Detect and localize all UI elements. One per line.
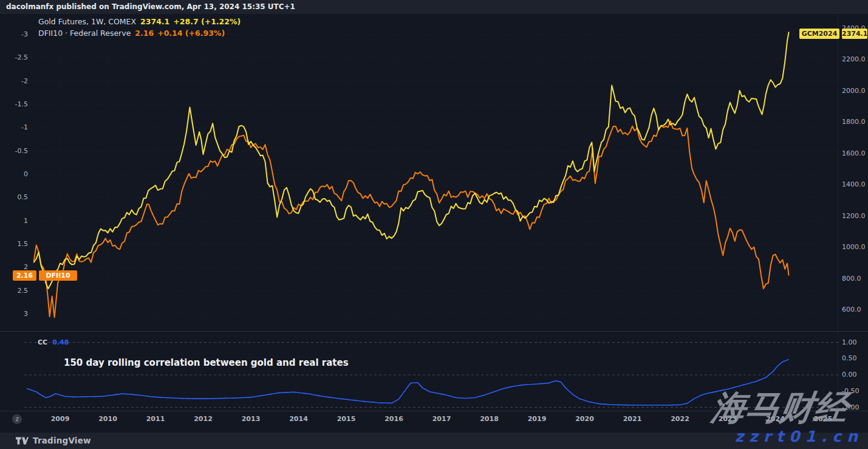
year-tick: 2013 [240, 415, 262, 423]
right-scale-tick: 2000.0 [842, 87, 866, 95]
year-tick: 2021 [621, 415, 643, 423]
left-scale-tick: 0.5 [0, 193, 28, 201]
tradingview-label: TradingView [33, 436, 91, 445]
dfii-change: +0.14 (+6.93%) [157, 29, 225, 38]
cn-watermark: 海马财经 [709, 385, 852, 431]
left-scale-tick: -2 [0, 77, 28, 85]
dfii-series-title: DFII10 · Federal Reserve [38, 29, 131, 38]
year-tick: 2014 [288, 415, 310, 423]
site-watermark: zzrt01.cn [735, 428, 863, 445]
year-tick: 2022 [669, 415, 691, 423]
year-tick: 2010 [97, 415, 119, 423]
left-scale-tick: 2.5 [0, 287, 28, 295]
legend-row-gold[interactable]: Gold Futures, 1W, COMEX2374.1+28.7 (+1.2… [38, 16, 241, 27]
right-scale-tick: 2200.0 [842, 55, 866, 63]
right-scale-tick: 1.00 [842, 338, 857, 346]
dfii-last-value: 2.16 [135, 29, 154, 38]
right-scale-tick: 0.00 [842, 371, 857, 379]
left-scale-tick: 1 [0, 217, 28, 225]
right-scale-tick: 600.0 [842, 306, 861, 314]
legend: Gold Futures, 1W, COMEX2374.1+28.7 (+1.2… [38, 16, 241, 39]
cc-value: 0.48 [52, 338, 69, 346]
gold-change: +28.7 (+1.22%) [173, 17, 241, 26]
year-tick: 2009 [49, 415, 71, 423]
year-tick: 2019 [526, 415, 548, 423]
chart-canvas[interactable] [0, 0, 868, 449]
legend-row-dfii[interactable]: DFII10 · Federal Reserve2.16+0.14 (+6.93… [38, 27, 241, 39]
right-scale-tick: 1800.0 [842, 118, 866, 126]
tradingview-logo-icon [16, 437, 33, 445]
left-scale-tick: 1.5 [0, 240, 28, 248]
correlation-annotation: 150 day rolling correlation between gold… [64, 357, 349, 368]
year-tick: 2018 [479, 415, 501, 423]
right-scale-tick: 1200.0 [842, 212, 866, 220]
gold-last-value: 2374.1 [140, 17, 169, 26]
left-scale-tick: -1 [0, 123, 28, 131]
gold-symbol-badge: GCM2024 [799, 29, 839, 39]
attribution-text: dacolmanfx published on TradingView.com,… [0, 0, 868, 14]
left-scale-tick: -0.5 [0, 147, 28, 155]
dfii-symbol-badge: DFII10 [39, 270, 77, 281]
left-scale-tick: 3 [0, 310, 28, 318]
year-tick: 2015 [335, 415, 357, 423]
right-scale-tick: 1000.0 [842, 243, 866, 251]
left-scale-tick: -2.5 [0, 53, 28, 61]
year-tick: 2017 [431, 415, 453, 423]
dfii-price-badge: 2.16 [13, 270, 36, 281]
gold-series-title: Gold Futures, 1W, COMEX [38, 17, 136, 26]
year-tick: 2011 [145, 415, 166, 423]
cc-indicator-label: CC [38, 338, 47, 346]
tradingview-link[interactable]: TradingView [16, 436, 91, 445]
year-tick: 2016 [383, 415, 405, 423]
pane-divider[interactable] [0, 331, 868, 332]
left-scale-tick: -3 [0, 30, 28, 38]
published-chart-page: dacolmanfx published on TradingView.com,… [0, 0, 868, 449]
left-scale-tick: 0 [0, 170, 28, 178]
z-logo-icon: z [12, 414, 22, 424]
right-scale-tick: 0.50 [842, 354, 857, 362]
year-tick: 2020 [574, 415, 596, 423]
right-scale-tick: 1600.0 [842, 149, 866, 157]
gold-price-badge: 2374.1 [842, 29, 867, 39]
right-scale-tick: 1400.0 [842, 180, 866, 188]
year-tick: 2012 [193, 415, 214, 423]
left-scale-tick: -1.5 [0, 100, 28, 108]
correlation-legend[interactable]: CC0.48 [38, 338, 69, 346]
right-scale-tick: 800.0 [842, 275, 861, 283]
